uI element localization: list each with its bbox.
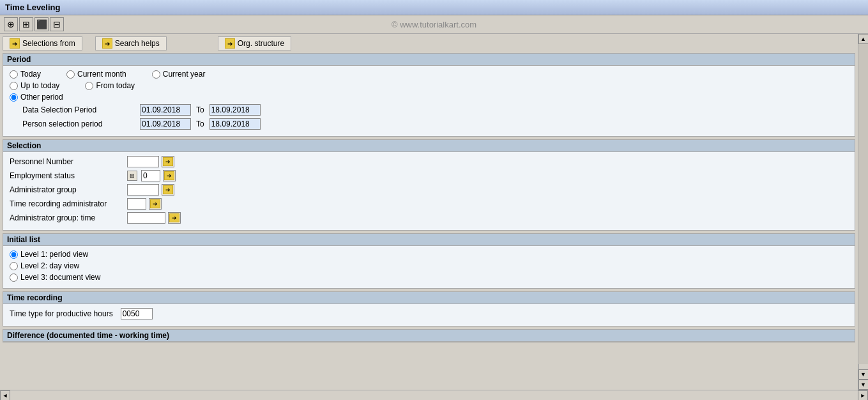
- scrollbar-right: ▲ ▼ ▼: [858, 34, 868, 390]
- time-recording-admin-row: Time recording administrator ➔: [10, 198, 848, 210]
- radio-current-month-label: Current month: [77, 70, 126, 79]
- time-type-label: Time type for productive hours: [10, 309, 113, 318]
- personnel-number-arrow-btn[interactable]: ➔: [162, 156, 174, 167]
- administrator-group-row: Administrator group ➔: [10, 184, 848, 196]
- radio-level3-label: Level 3: document view: [20, 273, 100, 282]
- radio-from-today-label: From today: [96, 81, 135, 90]
- personnel-number-arrow-icon: ➔: [163, 157, 173, 166]
- time-recording-admin-label: Time recording administrator: [10, 199, 125, 208]
- person-selection-to-input[interactable]: [209, 118, 261, 130]
- initial-list-header: Initial list: [3, 234, 855, 246]
- tab-org-structure[interactable]: ➔ Org. structure: [218, 36, 291, 50]
- employment-status-input[interactable]: [141, 170, 160, 181]
- radio-current-year-input[interactable]: [152, 70, 160, 79]
- title-bar: Time Leveling: [0, 0, 868, 15]
- initial-list-section: Initial list Level 1: period view Level …: [3, 233, 855, 289]
- content-area: ➔ Selections from ➔ Search helps ➔ Org. …: [0, 34, 858, 390]
- main-content: ➔ Selections from ➔ Search helps ➔ Org. …: [0, 34, 868, 390]
- scroll-down-arrow[interactable]: ▼: [858, 369, 869, 380]
- scrollbar-bottom: ◄ ►: [0, 390, 868, 400]
- tab-selections-from[interactable]: ➔ Selections from: [3, 36, 82, 50]
- radio-other-period-label: Other period: [20, 93, 63, 102]
- radio-up-to-today-input[interactable]: [10, 82, 18, 90]
- tab-arrow-org: ➔: [225, 38, 235, 49]
- time-recording-body: Time type for productive hours: [3, 304, 855, 326]
- personnel-number-label: Personnel Number: [10, 157, 125, 166]
- radio-other-period-input[interactable]: [10, 93, 18, 102]
- toolbar-btn-4[interactable]: ⊟: [50, 17, 64, 31]
- employment-status-multisel[interactable]: ⊞: [127, 171, 137, 181]
- radio-level1: Level 1: period view: [10, 250, 848, 259]
- personnel-number-input[interactable]: [127, 156, 159, 167]
- radio-current-month-input[interactable]: [66, 70, 75, 79]
- scroll-right-arrow[interactable]: ►: [858, 390, 868, 401]
- difference-header: Difference (documented time - working ti…: [3, 330, 855, 342]
- radio-level2-input[interactable]: [10, 262, 18, 270]
- scroll-left-arrow[interactable]: ◄: [0, 390, 10, 401]
- difference-section: Difference (documented time - working ti…: [3, 329, 855, 342]
- toolbar-btn-3[interactable]: ⬛: [34, 17, 49, 31]
- administrator-group-arrow-btn[interactable]: ➔: [162, 184, 174, 196]
- data-selection-label: Data Selection Period: [22, 105, 137, 114]
- tab-label-selections-from: Selections from: [22, 39, 75, 48]
- time-type-row: Time type for productive hours: [10, 308, 848, 319]
- scroll-down2-arrow[interactable]: ▼: [858, 380, 869, 390]
- person-selection-from-input[interactable]: [140, 118, 191, 130]
- radio-level1-input[interactable]: [10, 250, 18, 259]
- radio-level2: Level 2: day view: [10, 261, 848, 270]
- administrator-group-time-arrow-btn[interactable]: ➔: [168, 212, 181, 224]
- toolbar-btn-2[interactable]: ⊞: [19, 17, 33, 31]
- scroll-up-arrow[interactable]: ▲: [858, 34, 869, 44]
- time-recording-admin-input[interactable]: [127, 198, 146, 210]
- radio-up-to-today: Up to today: [10, 81, 59, 90]
- person-selection-to-label: To: [196, 119, 204, 128]
- scroll-track[interactable]: [858, 44, 869, 364]
- initial-list-body: Level 1: period view Level 2: day view L…: [3, 246, 855, 288]
- tab-arrow-search: ➔: [102, 38, 112, 49]
- time-recording-admin-arrow-btn[interactable]: ➔: [149, 198, 162, 210]
- administrator-group-time-label: Administrator group: time: [10, 213, 125, 222]
- radio-other-period: Other period: [10, 93, 63, 102]
- radio-level3: Level 3: document view: [10, 273, 848, 282]
- tab-label-org-structure: Org. structure: [238, 39, 284, 48]
- main-window: Time Leveling ⊕ ⊞ ⬛ ⊟ © www.tutorialkart…: [0, 0, 868, 400]
- radio-today: Today: [10, 70, 41, 79]
- data-selection-period-row: Data Selection Period To: [22, 104, 848, 116]
- radio-level3-input[interactable]: [10, 273, 18, 282]
- time-recording-admin-arrow-icon: ➔: [150, 199, 160, 208]
- data-selection-from-input[interactable]: [140, 104, 191, 116]
- period-header: Period: [3, 54, 855, 66]
- time-recording-header: Time recording: [3, 292, 855, 304]
- time-recording-section: Time recording Time type for productive …: [3, 291, 855, 327]
- period-body: Today Current month Current year: [3, 66, 855, 136]
- selection-header: Selection: [3, 140, 855, 152]
- toolbar-btn-1[interactable]: ⊕: [4, 17, 18, 31]
- window-title: Time Leveling: [5, 3, 60, 12]
- radio-today-input[interactable]: [10, 70, 18, 79]
- radio-level1-label: Level 1: period view: [20, 250, 88, 259]
- employment-status-label: Employment status: [10, 171, 125, 180]
- radio-from-today: From today: [85, 81, 135, 90]
- administrator-group-input[interactable]: [127, 184, 159, 196]
- administrator-group-label: Administrator group: [10, 185, 125, 194]
- employment-status-arrow-btn[interactable]: ➔: [163, 170, 176, 181]
- administrator-group-time-row: Administrator group: time ➔: [10, 212, 848, 224]
- tab-search-helps[interactable]: ➔ Search helps: [95, 36, 167, 50]
- administrator-group-arrow-icon: ➔: [163, 185, 173, 194]
- period-section: Period Today Current month: [3, 53, 855, 137]
- data-selection-to-label: To: [196, 105, 204, 114]
- radio-up-to-today-label: Up to today: [20, 81, 59, 90]
- radio-from-today-input[interactable]: [85, 82, 93, 90]
- radio-today-label: Today: [20, 70, 41, 79]
- employment-status-row: Employment status ⊞ ➔: [10, 170, 848, 181]
- tab-arrow-selections: ➔: [10, 38, 20, 49]
- time-type-input[interactable]: [121, 308, 153, 319]
- watermark: © www.tutorialkart.com: [392, 20, 476, 29]
- personnel-number-row: Personnel Number ➔: [10, 156, 848, 167]
- selection-body: Personnel Number ➔ Employment status ⊞ ➔: [3, 152, 855, 230]
- data-selection-to-input[interactable]: [209, 104, 261, 116]
- radio-level2-label: Level 2: day view: [20, 261, 79, 270]
- administrator-group-time-input[interactable]: [127, 212, 165, 224]
- selection-section: Selection Personnel Number ➔ Employment …: [3, 139, 855, 231]
- nav-tabs: ➔ Selections from ➔ Search helps ➔ Org. …: [3, 36, 855, 50]
